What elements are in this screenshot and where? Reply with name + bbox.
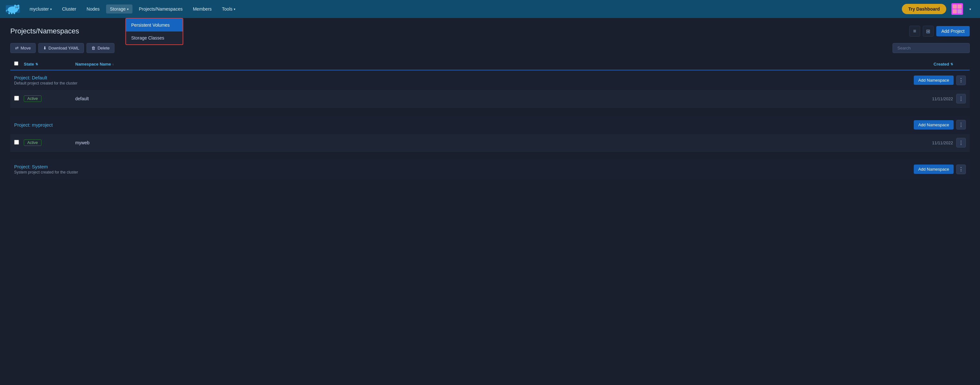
svg-rect-9 bbox=[8, 12, 10, 14]
svg-point-7 bbox=[16, 8, 16, 9]
add-namespace-myproject-button[interactable]: Add Namespace bbox=[914, 120, 954, 129]
storage-chevron-icon: ▾ bbox=[127, 7, 129, 11]
nav-storage[interactable]: Storage ▾ bbox=[106, 5, 132, 13]
status-badge-default: Active bbox=[24, 95, 41, 102]
page-title: Projects/Namespaces bbox=[10, 27, 79, 35]
state-column-header[interactable]: State ⇅ bbox=[24, 62, 75, 67]
add-namespace-system-button[interactable]: Add Namespace bbox=[914, 165, 954, 174]
trash-icon: 🗑 bbox=[91, 46, 95, 51]
dots-vertical-icon: ⋮ bbox=[958, 140, 964, 146]
nav-cluster[interactable]: Cluster bbox=[58, 5, 80, 13]
try-dashboard-button[interactable]: Try Dashboard bbox=[902, 4, 946, 14]
table-header: State ⇅ Namespace Name ↓ Created ⇅ bbox=[10, 58, 970, 70]
svg-point-6 bbox=[18, 7, 18, 8]
state-sort-icon: ⇅ bbox=[35, 62, 38, 66]
status-badge-myweb: Active bbox=[24, 140, 41, 146]
namespace-created-default: 11/11/2022 bbox=[889, 96, 953, 101]
list-view-icon: ≡ bbox=[913, 28, 916, 34]
project-header-system: Project: System System project created f… bbox=[10, 159, 970, 179]
project-name-default[interactable]: Project: Default bbox=[14, 75, 78, 80]
namespace-checkbox-default[interactable] bbox=[14, 96, 19, 100]
add-project-button[interactable]: Add Project bbox=[936, 26, 970, 36]
svg-rect-14 bbox=[958, 5, 962, 9]
project-actions-default: Add Namespace ⋮ bbox=[914, 76, 966, 85]
svg-point-4 bbox=[18, 5, 19, 7]
created-sort-icon: ⇅ bbox=[950, 62, 953, 66]
add-namespace-default-button[interactable]: Add Namespace bbox=[914, 76, 954, 85]
project-actions-system: Add Namespace ⋮ bbox=[914, 165, 966, 174]
svg-point-5 bbox=[16, 7, 17, 8]
project-name-system[interactable]: Project: System bbox=[14, 164, 78, 169]
project-section-default: Project: Default Default project created… bbox=[10, 70, 970, 108]
nav-tools[interactable]: Tools ▾ bbox=[218, 5, 239, 13]
svg-point-3 bbox=[14, 5, 16, 7]
nav-members[interactable]: Members bbox=[189, 5, 215, 13]
namespace-myweb-menu-button[interactable]: ⋮ bbox=[956, 138, 966, 148]
name-sort-icon: ↓ bbox=[112, 62, 114, 66]
project-default-menu-button[interactable]: ⋮ bbox=[956, 76, 966, 85]
svg-rect-10 bbox=[11, 12, 13, 14]
download-yaml-button[interactable]: ⬇ Download YAML bbox=[38, 43, 84, 53]
select-all-checkbox[interactable] bbox=[14, 61, 18, 65]
project-myproject-menu-button[interactable]: ⋮ bbox=[956, 120, 966, 129]
project-system-menu-button[interactable]: ⋮ bbox=[956, 165, 966, 174]
namespace-name-default[interactable]: default bbox=[75, 96, 889, 101]
dropdown-persistent-volumes[interactable]: Persistent Volumes bbox=[126, 19, 183, 32]
dots-vertical-icon: ⋮ bbox=[958, 77, 964, 83]
svg-rect-16 bbox=[958, 9, 962, 13]
storage-dropdown-menu: Persistent Volumes Storage Classes bbox=[126, 18, 183, 45]
delete-button[interactable]: 🗑 Delete bbox=[86, 43, 115, 53]
svg-point-8 bbox=[17, 8, 18, 9]
namespace-name-myweb[interactable]: myweb bbox=[75, 140, 889, 145]
namespace-default-menu-button[interactable]: ⋮ bbox=[956, 94, 966, 103]
card-view-button[interactable]: ⊞ bbox=[923, 26, 934, 37]
spacer-2 bbox=[10, 153, 970, 159]
namespace-checkbox-myweb[interactable] bbox=[14, 140, 19, 145]
namespace-created-myweb: 11/11/2022 bbox=[889, 140, 953, 145]
project-section-system: Project: System System project created f… bbox=[10, 159, 970, 179]
download-icon: ⬇ bbox=[43, 46, 47, 51]
logo[interactable] bbox=[5, 3, 21, 15]
tools-chevron-icon: ▾ bbox=[234, 7, 235, 11]
user-avatar[interactable] bbox=[951, 3, 963, 15]
dots-vertical-icon: ⋮ bbox=[958, 96, 964, 102]
svg-rect-15 bbox=[953, 9, 957, 13]
project-header-myproject: Project: myproject Add Namespace ⋮ bbox=[10, 115, 970, 134]
dots-vertical-icon: ⋮ bbox=[958, 122, 964, 128]
namespace-row-myweb: Active myweb 11/11/2022 ⋮ bbox=[10, 134, 970, 152]
dots-vertical-icon: ⋮ bbox=[958, 166, 964, 172]
project-actions-myproject: Add Namespace ⋮ bbox=[914, 120, 966, 129]
created-column-header[interactable]: Created ⇅ bbox=[889, 62, 953, 67]
project-name-myproject[interactable]: Project: myproject bbox=[14, 122, 53, 127]
project-desc-system: System project created for the cluster bbox=[14, 170, 78, 175]
cluster-chevron-icon: ▾ bbox=[50, 7, 52, 11]
move-button[interactable]: ⇄ Move bbox=[10, 43, 36, 53]
nav-projects-namespaces[interactable]: Projects/Namespaces bbox=[135, 5, 186, 13]
list-view-button[interactable]: ≡ bbox=[909, 26, 920, 37]
user-chevron-icon: ▾ bbox=[969, 7, 971, 11]
header-actions: ≡ ⊞ Add Project bbox=[909, 26, 970, 37]
dropdown-storage-classes[interactable]: Storage Classes bbox=[126, 32, 183, 45]
namespace-row-default: Active default 11/11/2022 ⋮ bbox=[10, 90, 970, 108]
project-section-myproject: Project: myproject Add Namespace ⋮ Activ… bbox=[10, 115, 970, 152]
user-menu-chevron[interactable]: ▾ bbox=[966, 5, 975, 13]
navbar: mycluster ▾ Cluster Nodes Storage ▾ Proj… bbox=[0, 0, 980, 18]
search-input[interactable] bbox=[892, 43, 970, 53]
card-view-icon: ⊞ bbox=[926, 28, 930, 34]
project-desc-default: Default project created for the cluster bbox=[14, 81, 78, 86]
move-icon: ⇄ bbox=[15, 46, 19, 51]
spacer-1 bbox=[10, 109, 970, 115]
project-header-default: Project: Default Default project created… bbox=[10, 70, 970, 90]
name-column-header[interactable]: Namespace Name ↓ bbox=[75, 62, 889, 67]
svg-rect-11 bbox=[13, 12, 15, 14]
nav-nodes[interactable]: Nodes bbox=[83, 5, 103, 13]
svg-rect-13 bbox=[953, 5, 957, 9]
cluster-selector[interactable]: mycluster ▾ bbox=[26, 5, 56, 13]
